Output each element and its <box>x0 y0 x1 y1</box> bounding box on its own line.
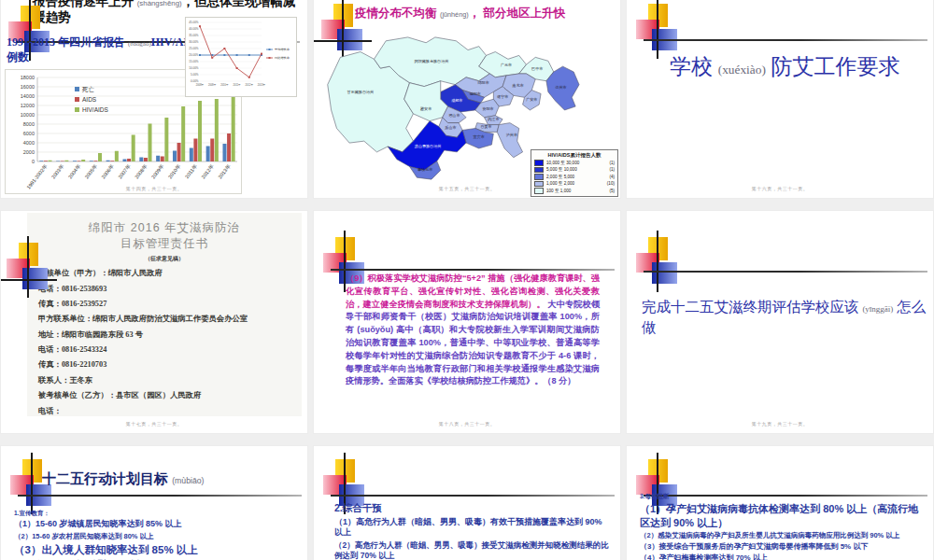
list-item: 传真：0816-2210703 <box>38 359 290 370</box>
svg-text:2010年: 2010年 <box>220 83 229 87</box>
slide2-title: 疫情分布不均衡 (jūnhéng)， 部分地区上升快 <box>355 6 621 21</box>
doc-subtitle: （征求意见稿） <box>38 255 290 263</box>
map-region-label: 凉山彝族自治州 <box>415 144 442 148</box>
map-legend-row: 10,000 至 30,000(1) <box>534 160 615 166</box>
svg-text:5.00%: 5.00% <box>191 73 199 77</box>
svg-text:平均增长率: 平均增长率 <box>275 48 290 51</box>
map-region-label: 自贡市 <box>480 124 491 129</box>
slide-page-footer: 第十九页，共三十一页。 <box>627 421 933 427</box>
svg-text:2005年: 2005年 <box>84 163 99 180</box>
svg-text:2003年: 2003年 <box>50 163 65 180</box>
slide7-title: 十二五行动计划目标 (mùbiāo) <box>42 470 304 488</box>
slide-thumbnail-2[interactable]: 疫情分布不均衡 (jūnhéng)， 部分地区上升快 甘孜藏族自治州阿坝藏族羌族… <box>313 0 621 199</box>
logo-vertical-line <box>657 231 658 292</box>
slide-thumbnail-5[interactable]: （9）积极落实学校艾滋病防控“5+2” 措施（强化健康教育课时、强化宣传教育平台… <box>313 210 621 434</box>
list-item: （2）高危行为人群（暗娼、男男、吸毒）接受艾滋病检测并知晓检测结果的比例达到 7… <box>334 540 611 560</box>
slide8-target-lines: 2.综合干预（1）高危行为人群（暗娼、男男、吸毒）有效干预措施覆盖率达到 90%… <box>334 500 611 560</box>
map-legend-row: 5,000 至 10,000(1) <box>534 167 615 174</box>
growth-rate-line-chart: 0.00%5.00%10.00%15.00%20.00%25.00%30.00%… <box>185 17 297 97</box>
slide3-title: 学校 (xuéxiào) 防艾工作要求 <box>670 52 920 81</box>
svg-text:2011年: 2011年 <box>184 163 199 180</box>
ppt-template-logo <box>636 4 679 54</box>
slide5-paragraph: （9）积极落实学校艾滋病防控“5+2” 措施（强化健康教育课时、强化宣传教育平台… <box>346 273 600 388</box>
ppt-template-logo <box>636 237 679 287</box>
slide-page-footer: 第十七页，共三十一页。 <box>1 421 307 427</box>
list-item: （2）15-60 岁农村居民知晓率达到 80% 以上 <box>14 532 298 541</box>
list-item: 联系人：王冬东 <box>38 375 290 385</box>
slide-page-footer: 第十四页，共三十一页。 <box>1 186 307 191</box>
slide6-title: 完成十二五艾滋终期评估学校应该 (yīnggāi) 怎么做 <box>642 297 927 337</box>
svg-text:40.00%: 40.00% <box>189 27 199 31</box>
slide-thumbnail-grid: 报告疫情逐年上升 (shàngshēng)，但总体呈现增幅减缓趋势 1991-2… <box>0 0 934 560</box>
svg-text:14000: 14000 <box>21 93 35 99</box>
slide-thumbnail-8[interactable]: 2.综合干预（1）高危行为人群（暗娼、男男、吸毒）有效干预措施覆盖率达到 90%… <box>313 445 621 560</box>
svg-text:4000: 4000 <box>23 140 35 146</box>
doc-body-lines: 考核单位（甲方）：绵阳市人民政府电话：0816-2538693传真：0816-2… <box>38 268 290 416</box>
svg-text:2008年: 2008年 <box>196 83 205 87</box>
map-legend-title: HIV/AIDS累计报告人数 <box>534 152 615 159</box>
map-region-label: 广元市 <box>501 63 512 67</box>
map-region-label: 眉山市 <box>448 113 460 118</box>
title-divider-line <box>331 495 615 497</box>
map-region-label: 宜宾市 <box>474 134 485 139</box>
svg-text:25.00%: 25.00% <box>189 47 199 50</box>
title-divider-line <box>331 269 615 271</box>
svg-text:2000: 2000 <box>23 149 35 155</box>
svg-text:2009年: 2009年 <box>150 163 165 180</box>
slide-thumbnail-4[interactable]: 绵阳市 2016 年艾滋病防治 目标管理责任书 （征求意见稿） 考核单位（甲方）… <box>0 210 308 434</box>
logo-horizontal-line <box>0 279 57 281</box>
map-region-label: 绵阳市 <box>477 80 488 85</box>
svg-text:6000: 6000 <box>23 131 35 136</box>
svg-text:2012年: 2012年 <box>200 163 215 180</box>
list-item: 传真：0816-2539527 <box>38 299 290 309</box>
svg-text:0.00%: 0.00% <box>191 79 199 83</box>
slide9-target-lines: 3.母婴阻断（1）孕产妇艾滋病病毒抗体检测率达到 80% 以上（高流行地区达到 … <box>640 491 927 560</box>
svg-text:同比增长率: 同比增长率 <box>275 56 290 60</box>
svg-text:2010年: 2010年 <box>167 163 182 180</box>
slide7-target-lines: 1.宣传教育：（1）15-60 岁城镇居民知晓率达到 85% 以上（2）15-6… <box>14 508 298 560</box>
list-item: 1.宣传教育： <box>14 510 298 517</box>
list-item: 电话：0816-2543324 <box>38 344 290 355</box>
map-region-label: 资阳市 <box>482 106 493 111</box>
slide-thumbnail-1[interactable]: 报告疫情逐年上升 (shàngshēng)，但总体呈现增幅减缓趋势 1991-2… <box>0 0 308 199</box>
svg-text:18000: 18000 <box>21 75 35 80</box>
slide-thumbnail-9[interactable]: 3.母婴阻断（1）孕产妇艾滋病病毒抗体检测率达到 80% 以上（高流行地区达到 … <box>626 445 934 560</box>
svg-text:2012年: 2012年 <box>246 83 254 87</box>
map-region-label: 攀枝花市 <box>417 167 432 172</box>
svg-text:2007年: 2007年 <box>117 163 132 180</box>
svg-text:45.00%: 45.00% <box>189 21 199 24</box>
doc-title: 绵阳市 2016 年艾滋病防治 目标管理责任书 <box>38 220 290 252</box>
list-item: （1）15-60 岁城镇居民知晓率达到 85% 以上 <box>14 519 298 530</box>
svg-text:20.00%: 20.00% <box>189 53 199 57</box>
map-region-label: 南充市 <box>513 83 524 88</box>
slide-page-footer: 第十八页，共三十一页。 <box>314 421 620 427</box>
list-item: 被考核单位（乙方）：县市区（园区）人民政府 <box>38 390 290 400</box>
map-region-label: 巴中市 <box>531 66 543 71</box>
svg-text:AIDS: AIDS <box>82 96 97 103</box>
logo-vertical-line <box>27 236 29 298</box>
title-divider-line <box>18 495 302 497</box>
slide-thumbnail-3[interactable]: 学校 (xuéxiào) 防艾工作要求 第十六页，共三十一页。 <box>626 0 934 199</box>
map-legend-row: 2,000 至 5,000(4) <box>534 174 615 180</box>
svg-text:10000: 10000 <box>21 112 35 118</box>
svg-text:2008年: 2008年 <box>134 163 149 180</box>
svg-text:30.00%: 30.00% <box>189 40 199 44</box>
list-item: （1）孕产妇艾滋病病毒抗体检测率达到 80% 以上（高流行地区达到 90% 以上… <box>640 502 927 529</box>
svg-text:0: 0 <box>32 159 35 164</box>
svg-text:死亡: 死亡 <box>81 86 95 92</box>
slide-thumbnail-6[interactable]: 完成十二五艾滋终期评估学校应该 (yīnggāi) 怎么做 第十九页，共三十一页… <box>626 210 934 434</box>
map-region-label: 甘孜藏族自治州 <box>347 90 375 94</box>
map-region-label: 成都市 <box>451 98 462 103</box>
svg-text:35.00%: 35.00% <box>189 34 199 37</box>
svg-text:2013年: 2013年 <box>217 163 232 180</box>
map-region <box>497 123 522 158</box>
svg-text:12000: 12000 <box>21 103 35 108</box>
list-item: 2.综合干预 <box>334 502 611 515</box>
list-item: （4）孕产妇梅毒检测率达到 70% 以上 <box>640 553 927 560</box>
list-item: （3）接受综合干预服务后的孕产妇艾滋病母婴传播率降低到 5% 以下 <box>640 542 927 552</box>
list-item: 考核单位（甲方）：绵阳市人民政府 <box>38 268 290 278</box>
map-region-label: 遂宁市 <box>497 94 508 99</box>
slide-thumbnail-7[interactable]: 十二五行动计划目标 (mùbiāo) 1.宣传教育：（1）15-60 岁城镇居民… <box>0 445 308 560</box>
list-item: 甲方联系单位：绵阳市人民政府防治艾滋病工作委员会办公室 <box>38 314 290 324</box>
list-item: 电话： <box>38 406 290 416</box>
